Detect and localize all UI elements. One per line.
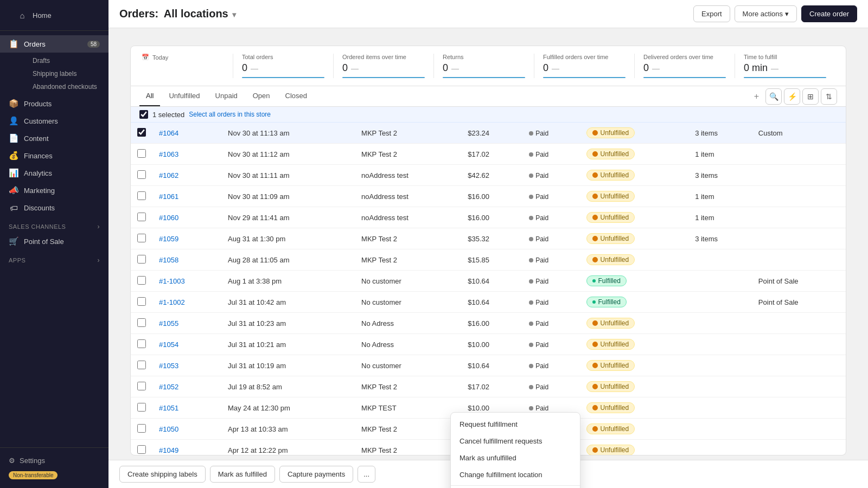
tab-open[interactable]: Open bbox=[246, 86, 277, 106]
row-checkbox[interactable] bbox=[137, 128, 146, 137]
order-number[interactable]: #1058 bbox=[159, 256, 178, 264]
order-date: Nov 29 at 11:41 am bbox=[221, 207, 355, 228]
sidebar-label-marketing: Marketing bbox=[24, 187, 55, 195]
order-fulfillment: Unfulfilled bbox=[580, 249, 688, 271]
row-checkbox[interactable] bbox=[137, 149, 146, 158]
filter-button[interactable]: ⚡ bbox=[784, 88, 800, 105]
create-shipping-labels-button[interactable]: Create shipping labels bbox=[119, 466, 206, 483]
capture-payments-button[interactable]: Capture payments bbox=[279, 466, 353, 483]
row-checkbox[interactable] bbox=[137, 276, 146, 285]
row-checkbox[interactable] bbox=[137, 424, 146, 433]
order-tag bbox=[752, 186, 846, 207]
more-actions-bottom-button[interactable]: ... bbox=[358, 466, 375, 483]
order-date: Jul 31 at 10:19 am bbox=[221, 355, 355, 376]
payment-badge: Paid bbox=[529, 320, 548, 328]
sidebar-bottom: ⚙ Settings Non-transferable bbox=[0, 447, 108, 488]
tab-unfulfilled[interactable]: Unfulfilled bbox=[162, 86, 206, 106]
sort-button[interactable]: ⇅ bbox=[821, 88, 837, 105]
row-checkbox[interactable] bbox=[137, 318, 146, 327]
selected-header: 1 selected Select all orders in this sto… bbox=[131, 107, 846, 123]
export-button[interactable]: Export bbox=[693, 5, 730, 22]
row-checkbox[interactable] bbox=[137, 403, 146, 412]
fulfillment-badge: Fulfilled bbox=[586, 275, 626, 286]
sidebar-item-customers[interactable]: 👤 Customers bbox=[0, 112, 108, 130]
row-checkbox[interactable] bbox=[137, 255, 146, 264]
sidebar-item-pos[interactable]: 🛒 Point of Sale bbox=[0, 233, 108, 250]
tab-all[interactable]: All bbox=[139, 86, 160, 106]
order-customer: MKP Test 2 bbox=[355, 419, 461, 440]
tab-unpaid[interactable]: Unpaid bbox=[209, 86, 244, 106]
pos-icon: 🛒 bbox=[9, 236, 18, 246]
order-tag bbox=[752, 165, 846, 186]
sidebar-item-finances[interactable]: 💰 Finances bbox=[0, 147, 108, 164]
create-order-button[interactable]: Create order bbox=[801, 5, 857, 22]
order-date: Aug 31 at 1:30 pm bbox=[221, 228, 355, 249]
order-number[interactable]: #1053 bbox=[159, 362, 178, 370]
menu-cancel-fulfillment[interactable]: Cancel fulfillment requests bbox=[451, 433, 580, 450]
sidebar-item-marketing[interactable]: 📣 Marketing bbox=[0, 182, 108, 199]
row-checkbox[interactable] bbox=[137, 234, 146, 242]
stat-delivered: Delivered orders over time 0 — bbox=[635, 54, 735, 78]
menu-change-location[interactable]: Change fulfillment location bbox=[451, 466, 580, 483]
fulfillment-badge: Fulfilled bbox=[586, 297, 626, 307]
location-chevron[interactable]: ▾ bbox=[232, 10, 236, 19]
order-number[interactable]: #1059 bbox=[159, 235, 178, 243]
sidebar-item-abandoned-checkouts[interactable]: Abandoned checkouts bbox=[24, 80, 108, 93]
order-number[interactable]: #1062 bbox=[159, 171, 178, 179]
row-checkbox[interactable] bbox=[137, 297, 146, 306]
more-actions-button[interactable]: More actions ▾ bbox=[735, 5, 797, 22]
order-number[interactable]: #1051 bbox=[159, 404, 178, 412]
order-number[interactable]: #1-1002 bbox=[159, 298, 185, 306]
order-number[interactable]: #1063 bbox=[159, 150, 178, 158]
order-number[interactable]: #1055 bbox=[159, 319, 178, 328]
table-row: #1062 Nov 30 at 11:11 am noAddress test … bbox=[131, 165, 846, 186]
payment-dot bbox=[529, 343, 533, 347]
sidebar-item-settings[interactable]: ⚙ Settings bbox=[9, 453, 100, 468]
order-number[interactable]: #1054 bbox=[159, 341, 178, 349]
order-number[interactable]: #1049 bbox=[159, 446, 178, 454]
sidebar-item-orders[interactable]: 📋 Orders 58 bbox=[0, 35, 108, 53]
order-fulfillment: Unfulfilled bbox=[580, 376, 688, 397]
order-number[interactable]: #1060 bbox=[159, 214, 178, 222]
order-number[interactable]: #1064 bbox=[159, 129, 178, 137]
order-number[interactable]: #1-1003 bbox=[159, 277, 185, 285]
row-checkbox[interactable] bbox=[137, 339, 146, 348]
sidebar-item-content[interactable]: 📄 Content bbox=[0, 130, 108, 147]
sidebar-item-analytics[interactable]: 📊 Analytics bbox=[0, 164, 108, 182]
menu-request-fulfillment[interactable]: Request fulfillment bbox=[451, 416, 580, 433]
order-customer: MKP Test 2 bbox=[355, 440, 461, 455]
columns-button[interactable]: ⊞ bbox=[802, 88, 819, 105]
search-button[interactable]: 🔍 bbox=[765, 88, 782, 105]
add-tab-button[interactable]: + bbox=[750, 87, 763, 106]
sidebar-item-products[interactable]: 📦 Products bbox=[0, 95, 108, 112]
order-fulfillment: Unfulfilled bbox=[580, 419, 688, 440]
orders-data-table: #1064 Nov 30 at 11:13 am MKP Test 2 $23.… bbox=[131, 123, 846, 455]
row-checkbox[interactable] bbox=[137, 191, 146, 200]
row-checkbox[interactable] bbox=[137, 361, 146, 369]
sidebar-item-drafts[interactable]: Drafts bbox=[24, 54, 108, 67]
select-all-checkbox[interactable] bbox=[139, 110, 148, 119]
table-row: #1-1003 Aug 1 at 3:38 pm No customer $10… bbox=[131, 271, 846, 292]
mark-as-fulfilled-button[interactable]: Mark as fulfilled bbox=[210, 466, 275, 483]
order-number[interactable]: #1052 bbox=[159, 383, 178, 391]
fulfillment-badge: Unfulfilled bbox=[586, 191, 635, 202]
sidebar-item-shipping-labels[interactable]: Shipping labels bbox=[24, 67, 108, 80]
menu-mark-unfulfilled[interactable]: Mark as unfulfilled bbox=[451, 450, 580, 466]
order-number[interactable]: #1061 bbox=[159, 192, 178, 201]
order-payment: Paid bbox=[522, 165, 580, 186]
sidebar-item-home[interactable]: ⌂ Home bbox=[9, 7, 100, 24]
order-fulfillment: Fulfilled bbox=[580, 271, 688, 292]
order-date: May 24 at 12:30 pm bbox=[221, 397, 355, 419]
select-all-link[interactable]: Select all orders in this store bbox=[189, 111, 271, 118]
tab-closed[interactable]: Closed bbox=[279, 86, 314, 106]
order-payment: Paid bbox=[522, 144, 580, 165]
order-customer: noAddress test bbox=[355, 186, 461, 207]
order-number[interactable]: #1050 bbox=[159, 425, 178, 433]
row-checkbox[interactable] bbox=[137, 213, 146, 221]
sidebar-item-discounts[interactable]: 🏷 Discounts bbox=[0, 199, 108, 216]
row-checkbox[interactable] bbox=[137, 170, 146, 179]
row-checkbox[interactable] bbox=[137, 382, 146, 390]
row-checkbox[interactable] bbox=[137, 445, 146, 454]
payment-dot bbox=[529, 406, 533, 410]
order-amount: $23.24 bbox=[461, 123, 522, 144]
